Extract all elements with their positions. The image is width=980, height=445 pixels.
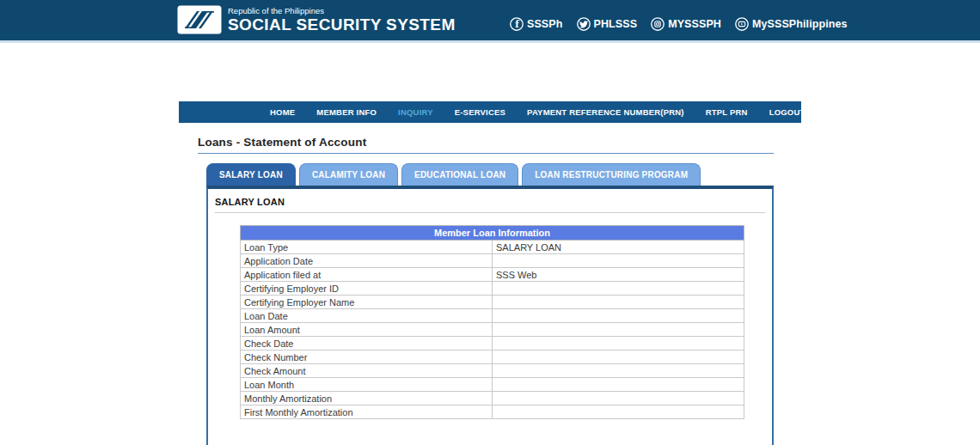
tab-loan-restructuring-program[interactable]: LOAN RESTRUCTURING PROGRAM: [522, 163, 701, 186]
nav-item-payment-reference-number[interactable]: PAYMENT REFERENCE NUMBER(PRN): [527, 107, 684, 117]
table-row: Check Date: [241, 337, 744, 351]
row-value: [493, 378, 744, 392]
row-value: [493, 364, 744, 378]
instagram-icon: [650, 16, 665, 32]
social-label: SSSPh: [527, 18, 563, 30]
row-value: [493, 282, 744, 296]
sss-member-portal: Republic of the Philippines SOCIAL SECUR…: [0, 0, 980, 445]
table-header-row: Member Loan Information: [241, 226, 744, 241]
table-row: Loan Month: [241, 378, 744, 392]
row-value: [493, 405, 744, 419]
row-label: Certifying Employer ID: [241, 282, 493, 296]
row-label: Check Number: [241, 351, 493, 364]
row-label: Loan Type: [241, 241, 493, 254]
top-header: Republic of the Philippines SOCIAL SECUR…: [0, 0, 980, 43]
row-label: Application Date: [241, 254, 493, 268]
social-link-youtube[interactable]: MySSSPhilippines: [734, 16, 848, 32]
social-label: MYSSSPH: [668, 18, 721, 30]
row-label: Loan Date: [241, 309, 493, 323]
svg-text:f: f: [515, 19, 519, 29]
title-divider: [198, 153, 774, 154]
row-value: [493, 351, 744, 364]
row-label: Monthly Amortization: [241, 392, 493, 405]
table-header: Member Loan Information: [241, 226, 744, 241]
table-row: Loan Date: [241, 309, 744, 323]
brand-text: Republic of the Philippines SOCIAL SECUR…: [228, 6, 456, 34]
table-row: First Monthly Amortization: [241, 405, 744, 419]
row-value: [493, 296, 744, 309]
row-label: Check Date: [241, 337, 493, 351]
nav-item-rtpl-prn[interactable]: RTPL PRN: [706, 107, 748, 117]
row-value: SSS Web: [493, 268, 744, 282]
facebook-icon: f: [509, 16, 524, 32]
social-link-twitter[interactable]: PHLSSS: [576, 16, 638, 32]
nav-item-logout[interactable]: LOGOUT: [769, 107, 805, 117]
row-label: Certifying Employer Name: [241, 296, 493, 309]
table-row: Certifying Employer ID: [241, 282, 744, 296]
brand: Republic of the Philippines SOCIAL SECUR…: [177, 5, 456, 34]
org-name: SOCIAL SECURITY SYSTEM: [228, 15, 456, 34]
main-nav: HOME MEMBER INFO INQUIRY E-SERVICES PAYM…: [179, 101, 801, 123]
table-row: Check Number: [241, 351, 744, 364]
table-row: Loan TypeSALARY LOAN: [241, 241, 744, 254]
row-label: First Monthly Amortization: [241, 405, 493, 419]
social-link-instagram[interactable]: MYSSSPH: [650, 16, 721, 32]
row-value: [493, 337, 744, 351]
nav-item-inquiry[interactable]: INQUIRY: [398, 107, 433, 117]
table-row: Monthly Amortization: [241, 392, 744, 405]
loan-tabs: SALARY LOAN CALAMITY LOAN EDUCATIONAL LO…: [206, 163, 701, 186]
table-row: Application Date: [241, 254, 744, 268]
nav-item-member-info[interactable]: MEMBER INFO: [316, 107, 377, 117]
social-label: MySSSPhilippines: [752, 18, 848, 30]
table-row: Certifying Employer Name: [241, 296, 744, 309]
row-label: Loan Amount: [241, 323, 493, 337]
row-value: [493, 323, 744, 337]
republic-text: Republic of the Philippines: [228, 6, 456, 15]
row-value: [493, 254, 744, 268]
social-link-facebook[interactable]: f SSSPh: [509, 16, 563, 32]
table-row: Loan Amount: [241, 323, 744, 337]
tab-calamity-loan[interactable]: CALAMITY LOAN: [299, 163, 398, 186]
page-title: Loans - Statement of Account: [198, 136, 366, 149]
salary-loan-panel: SALARY LOAN Member Loan Information Loan…: [206, 186, 774, 445]
row-label: Application filed at: [241, 268, 493, 282]
section-divider: [215, 212, 765, 213]
row-label: Check Amount: [241, 364, 493, 378]
tab-salary-loan[interactable]: SALARY LOAN: [206, 163, 296, 186]
table-row: Check Amount: [241, 364, 744, 378]
nav-item-e-services[interactable]: E-SERVICES: [455, 107, 505, 117]
row-value: [493, 392, 744, 405]
row-value: SALARY LOAN: [493, 241, 744, 254]
youtube-icon: [734, 16, 750, 32]
member-loan-info-table: Member Loan Information Loan TypeSALARY …: [240, 225, 744, 419]
tab-educational-loan[interactable]: EDUCATIONAL LOAN: [401, 163, 518, 186]
row-value: [493, 309, 744, 323]
sss-logo-icon: [177, 5, 222, 34]
nav-item-home[interactable]: HOME: [270, 107, 295, 117]
row-label: Loan Month: [241, 378, 493, 392]
twitter-icon: [576, 16, 591, 32]
table-row: Application filed atSSS Web: [241, 268, 744, 282]
section-heading: SALARY LOAN: [215, 197, 765, 207]
social-links: f SSSPh PHLSSS MYSSSPH: [509, 10, 848, 38]
social-label: PHLSSS: [594, 18, 638, 30]
